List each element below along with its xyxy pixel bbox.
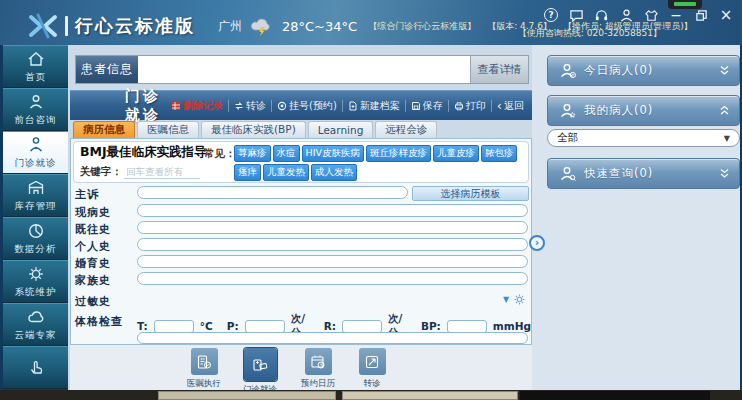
sidebar-item-label: 前台咨询 [15, 114, 57, 127]
personal-history-input[interactable] [137, 238, 528, 251]
patient-search-input[interactable] [138, 56, 470, 83]
dock-item-outpatient-visit[interactable]: 门诊就诊 [232, 348, 288, 396]
allergy-dropdown-icon[interactable]: ▼ [503, 295, 509, 304]
temp-input[interactable] [154, 320, 194, 333]
resp-input[interactable] [342, 320, 382, 333]
register-appointment-button[interactable]: 挂号(预约) [277, 99, 337, 113]
taskbar-item[interactable] [520, 391, 710, 400]
dock-item-appointment-calendar[interactable]: 预约日历 [290, 348, 346, 390]
tab-medical-record[interactable]: 病历信息 [73, 121, 135, 138]
sidebar-item-inventory[interactable]: 库存管理 [3, 174, 68, 217]
keyword-input[interactable] [124, 165, 200, 179]
allergy-settings-gear-icon[interactable] [513, 293, 526, 306]
condition-tag[interactable]: 儿童皮疹 [433, 145, 479, 162]
dock-item-label: 预约日历 [301, 378, 335, 390]
toolbar-separator [448, 100, 449, 112]
taskbar-item[interactable] [158, 391, 336, 400]
condition-tag[interactable]: 成人发热 [311, 164, 357, 181]
referral-button[interactable]: 转诊 [234, 99, 266, 113]
past-history-input[interactable] [137, 221, 528, 234]
register-icon [277, 101, 287, 111]
marital-history-input[interactable] [137, 255, 528, 268]
sidebar-item-frontdesk[interactable]: 前台咨询 [3, 88, 68, 131]
condition-tag[interactable]: 瘙痒 [234, 164, 261, 181]
taskbar-item[interactable] [342, 391, 518, 400]
app-logo-icon [28, 13, 58, 39]
dock-item-order-execution[interactable]: 医嘱执行 [176, 348, 232, 390]
home-icon [26, 49, 46, 69]
field-label-physical-exam: 体格检查 [75, 314, 123, 329]
sidebar-item-home[interactable]: 首页 [3, 45, 68, 88]
save-button[interactable]: 保存 [411, 99, 443, 113]
today-patients-panel[interactable]: 今日病人(0) [547, 55, 740, 86]
condition-tag[interactable]: 斑丘疹样皮疹 [366, 145, 431, 162]
sidebar-item-cloud-expert[interactable]: 云端专家 [3, 303, 68, 346]
restore-button[interactable] [693, 7, 709, 23]
titlebar: 行心云标准版 广州 28°C~34°C 【综合门诊行心云标准版】 【版本: 4.… [0, 0, 742, 45]
minimize-button[interactable]: − [668, 7, 684, 23]
visit-toolbar: 门诊就诊 删除记录 转诊 挂号(预约) 新建档案 保存 打印 [70, 90, 532, 120]
bp-label: BP: [421, 320, 441, 332]
os-taskbar [0, 390, 742, 400]
recording-indicator [668, 0, 702, 9]
family-history-input[interactable] [137, 272, 528, 285]
sidebar-item-label: 首页 [25, 71, 46, 84]
chat-icon[interactable] [568, 7, 584, 23]
sidebar-item-hand[interactable] [3, 346, 68, 389]
chevron-down-icon [719, 168, 730, 179]
tab-remote-consult[interactable]: 远程会诊 [375, 121, 437, 138]
patient-info-bar: 患者信息 查看详情 [75, 55, 529, 84]
temperature-range: 28°C~34°C [282, 19, 357, 34]
quick-query-panel[interactable]: 快速查询(0) [547, 158, 740, 189]
patient-info-tab[interactable]: 患者信息 [76, 56, 138, 83]
condition-tag[interactable]: 荨麻疹 [234, 145, 271, 162]
condition-tag[interactable]: 水痘 [273, 145, 300, 162]
printer-icon [454, 101, 464, 111]
select-template-button[interactable]: 选择病历模板 [412, 186, 529, 201]
sidebar-item-label: 库存管理 [15, 200, 57, 213]
sidebar-item-outpatient[interactable]: 门诊就诊 [3, 131, 68, 174]
sidebar-item-analytics[interactable]: 数据分析 [3, 217, 68, 260]
tab-best-practice[interactable]: 最佳临床实践(BP) [201, 121, 306, 138]
sidebar: 首页 前台咨询 门诊就诊 库存管理 数据分析 系统维护 云端专家 [3, 45, 68, 390]
condition-tag[interactable]: 儿童发热 [263, 164, 309, 181]
present-illness-input[interactable] [137, 204, 528, 217]
next-field-input[interactable] [137, 332, 528, 344]
chevron-left-icon: ‹ [497, 101, 502, 111]
resp-label: R: [324, 320, 336, 332]
my-patients-panel[interactable]: 我的病人(0) [547, 95, 740, 126]
chief-complaint-input[interactable] [137, 186, 408, 199]
dock-item-referral[interactable]: 转诊 [344, 348, 400, 390]
temp-label: T: [137, 320, 148, 332]
bmj-guide-panel: BMJ最佳临床实践指导 关键字： 常见： 荨麻疹 水痘 HIV皮肤疾病 斑丘疹样… [73, 141, 529, 183]
delete-record-button[interactable]: 删除记录 [171, 99, 223, 113]
save-icon [411, 101, 421, 111]
panel-title: 快速查询(0) [584, 166, 719, 181]
back-button[interactable]: ‹ 返回 [497, 99, 524, 113]
close-button[interactable]: × [718, 7, 734, 23]
panel-collapse-button[interactable]: › [529, 235, 545, 251]
help-icon[interactable]: ? [543, 7, 559, 23]
tab-learning[interactable]: Learning [308, 121, 374, 138]
sidebar-item-label: 云端专家 [15, 329, 57, 342]
filter-selected-value: 全部 [557, 131, 578, 145]
headset-icon[interactable] [593, 7, 609, 23]
patient-filter-select[interactable]: 全部 ▼ [547, 129, 740, 147]
referral-icon [364, 354, 380, 370]
new-archive-button[interactable]: 新建档案 [348, 99, 400, 113]
condition-tag[interactable]: 脓包疹 [481, 145, 518, 162]
print-button[interactable]: 打印 [454, 99, 486, 113]
bmj-title: BMJ最佳临床实践指导 [80, 144, 207, 161]
sidebar-item-maintenance[interactable]: 系统维护 [3, 260, 68, 303]
pie-chart-icon [26, 221, 46, 241]
condition-tag[interactable]: HIV皮肤疾病 [302, 145, 364, 162]
pulse-input[interactable] [245, 320, 285, 333]
user-icon[interactable] [618, 7, 634, 23]
theme-shirt-icon[interactable] [643, 7, 659, 23]
field-label-marital-history: 婚育史 [75, 256, 111, 271]
view-details-button[interactable]: 查看详情 [470, 56, 528, 83]
tab-medical-orders[interactable]: 医嘱信息 [137, 121, 199, 138]
warehouse-icon [26, 178, 46, 198]
bp-input[interactable] [447, 320, 487, 333]
field-label-personal-history: 个人史 [75, 239, 111, 254]
